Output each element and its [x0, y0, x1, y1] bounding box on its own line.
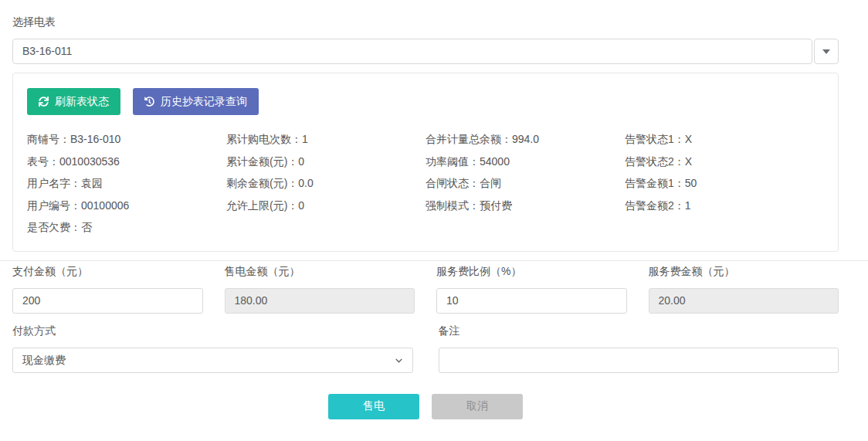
info-value: B3-16-010: [70, 133, 120, 145]
history-button-label: 历史抄表记录查询: [161, 95, 247, 109]
remark-input[interactable]: [439, 348, 839, 373]
info-value: 1: [685, 199, 691, 212]
info-value: 00100006: [81, 199, 129, 212]
info-value: 预付费: [480, 199, 512, 212]
colon-separator: ：: [674, 199, 685, 212]
meter-select-dropdown-button[interactable]: [814, 39, 839, 64]
colon-separator: ：: [674, 133, 685, 145]
service-fee-amount-group: 服务费金额（元）: [649, 265, 839, 314]
remark-label: 备注: [439, 324, 839, 337]
colon-separator: ：: [674, 177, 685, 189]
info-item: 剩余金额(元)：0.0: [226, 172, 426, 195]
info-label: 告警状态2: [625, 155, 674, 168]
colon-separator: ：: [291, 133, 302, 145]
info-value: 0: [298, 155, 304, 168]
info-value: 0010030536: [59, 155, 120, 168]
info-item: 强制模式：预付费: [426, 195, 625, 217]
info-item: 累计金额(元)：0: [226, 151, 426, 173]
meter-select-label: 选择电表: [12, 15, 839, 28]
service-fee-amount-label: 服务费金额（元）: [649, 265, 839, 277]
info-label: 用户编号: [27, 199, 70, 212]
payment-method-group: 付款方式 现金缴费: [12, 324, 413, 373]
info-item: 合闸状态：合闸: [426, 172, 625, 195]
colon-separator: ：: [287, 177, 298, 189]
remark-group: 备注: [439, 324, 839, 373]
info-item: 是否欠费：否: [27, 216, 226, 239]
info-label: 告警金额2: [625, 199, 674, 212]
history-records-button[interactable]: 历史抄表记录查询: [133, 88, 259, 115]
cancel-button[interactable]: 取消: [432, 394, 523, 419]
info-value: 合闸: [480, 177, 501, 189]
info-item: 累计购电次数：1: [226, 128, 426, 151]
colon-separator: ：: [287, 155, 298, 168]
colon-separator: ：: [49, 155, 59, 168]
meter-select-row: B3-16-011: [12, 39, 839, 64]
colon-separator: ：: [469, 199, 480, 212]
info-label: 强制模式: [426, 199, 469, 212]
info-item: 表号：0010030536: [27, 151, 226, 173]
colon-separator: ：: [59, 133, 70, 145]
colon-separator: ：: [70, 177, 81, 189]
info-column-alarms: 告警状态1：X 告警状态2：X 告警金额1：50 告警金额2：1: [625, 128, 824, 239]
meter-vending-page: 选择电表 B3-16-011 刷新表状态 历史抄表记录查询: [12, 0, 839, 419]
colon-separator: ：: [469, 177, 480, 189]
info-item: 允许上限(元)：0: [226, 195, 426, 217]
caret-down-icon: [822, 49, 830, 54]
info-value: X: [685, 155, 692, 168]
meter-info-grid: 商铺号：B3-16-010 表号：0010030536 用户名字：袁园 用户编号…: [27, 128, 824, 239]
info-label: 用户名字: [27, 177, 70, 189]
info-label: 累计金额(元): [226, 155, 287, 168]
info-item: 功率阈值：54000: [426, 151, 625, 173]
info-label: 是否欠费: [27, 221, 70, 233]
sell-button[interactable]: 售电: [328, 394, 419, 419]
colon-separator: ：: [469, 155, 480, 168]
meter-select[interactable]: B3-16-011: [12, 39, 812, 64]
colon-separator: ：: [70, 221, 81, 233]
service-fee-ratio-label: 服务费比例（%）: [436, 265, 627, 277]
info-value: 0: [298, 199, 304, 212]
pay-amount-input[interactable]: [12, 288, 203, 314]
info-item: 商铺号：B3-16-010: [27, 128, 226, 151]
refresh-icon: [39, 97, 49, 107]
info-label: 告警状态1: [625, 133, 674, 145]
info-column-meter-state: 合并计量总余额：994.0 功率阈值：54000 合闸状态：合闸 强制模式：预付…: [426, 128, 625, 239]
section-divider: [0, 260, 868, 261]
sell-amount-label: 售电金额（元）: [225, 265, 415, 277]
info-item: 用户名字：袁园: [27, 172, 226, 195]
info-column-shop: 商铺号：B3-16-010 表号：0010030536 用户名字：袁园 用户编号…: [27, 128, 226, 239]
info-value: 否: [81, 221, 92, 233]
info-item: 合并计量总余额：994.0: [426, 128, 625, 151]
info-value: 袁园: [81, 177, 103, 189]
meter-select-value: B3-16-011: [22, 45, 72, 57]
info-item: 告警金额1：50: [625, 172, 824, 195]
refresh-meter-status-button[interactable]: 刷新表状态: [27, 88, 120, 115]
info-label: 合闸状态: [426, 177, 469, 189]
sell-amount-group: 售电金额（元）: [225, 265, 415, 314]
info-label: 允许上限(元): [226, 199, 287, 212]
meter-status-panel: 刷新表状态 历史抄表记录查询 商铺号：B3-16-010 表号：00100305…: [12, 73, 839, 252]
colon-separator: ：: [674, 155, 685, 168]
payment-method-select[interactable]: 现金缴费: [12, 348, 413, 373]
pay-amount-group: 支付金额（元）: [12, 265, 203, 314]
info-label: 功率阈值: [426, 155, 469, 168]
info-label: 剩余金额(元): [226, 177, 287, 189]
info-label: 商铺号: [27, 133, 59, 145]
info-label: 表号: [27, 155, 49, 168]
colon-separator: ：: [287, 199, 298, 212]
action-buttons-row: 售电 取消: [12, 394, 839, 419]
info-value: 0.0: [298, 177, 313, 189]
sell-amount-input: [225, 288, 415, 314]
info-item: 告警状态1：X: [625, 128, 824, 151]
refresh-button-label: 刷新表状态: [55, 95, 109, 109]
info-value: 994.0: [512, 133, 539, 145]
info-item: 用户编号：00100006: [27, 195, 226, 217]
payment-remark-row: 付款方式 现金缴费 备注: [12, 324, 839, 373]
service-fee-ratio-input[interactable]: [436, 288, 627, 314]
service-fee-ratio-group: 服务费比例（%）: [436, 265, 627, 314]
info-item: 告警金额2：1: [625, 195, 824, 217]
info-value: X: [685, 133, 692, 145]
info-label: 累计购电次数: [226, 133, 291, 145]
history-icon: [144, 97, 154, 107]
service-fee-amount-input: [649, 288, 839, 314]
info-value: 1: [302, 133, 308, 145]
